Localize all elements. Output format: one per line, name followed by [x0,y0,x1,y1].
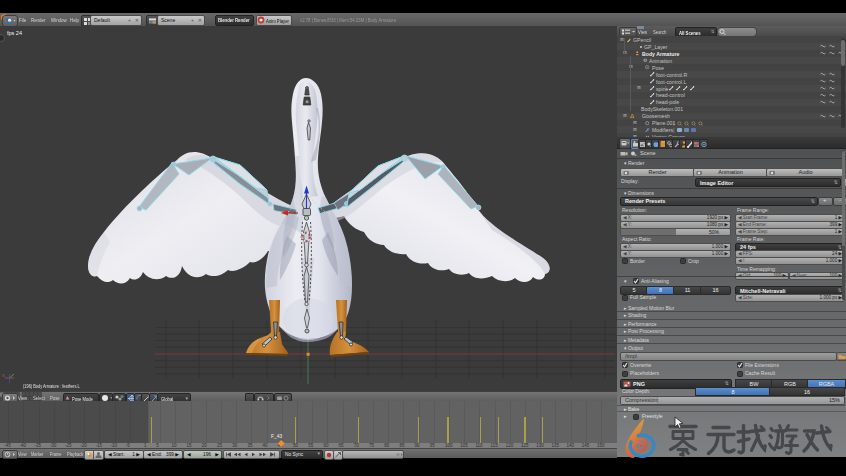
svg-text:x: x [2,372,5,378]
